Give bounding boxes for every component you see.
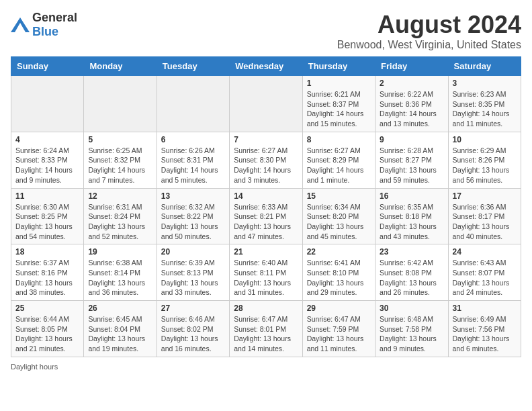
calendar-day-cell: 14Sunrise: 6:33 AMSunset: 8:21 PMDayligh…	[230, 188, 302, 244]
day-info: Sunrise: 6:29 AMSunset: 8:26 PMDaylight:…	[453, 146, 517, 185]
day-number: 11	[15, 191, 79, 201]
day-info: Sunrise: 6:41 AMSunset: 8:10 PMDaylight:…	[307, 258, 371, 298]
calendar-header: SundayMondayTuesdayWednesdayThursdayFrid…	[11, 57, 521, 76]
calendar-day-cell: 30Sunrise: 6:48 AMSunset: 7:58 PMDayligh…	[375, 301, 448, 357]
day-info: Sunrise: 6:27 AMSunset: 8:29 PMDaylight:…	[307, 146, 371, 185]
footer: Daylight hours	[11, 363, 521, 371]
day-info: Sunrise: 6:43 AMSunset: 8:07 PMDaylight:…	[453, 258, 517, 298]
calendar-day-cell: 27Sunrise: 6:46 AMSunset: 8:02 PMDayligh…	[157, 301, 229, 357]
day-info: Sunrise: 6:25 AMSunset: 8:32 PMDaylight:…	[88, 146, 152, 185]
day-number: 30	[380, 304, 443, 313]
day-number: 8	[307, 135, 371, 144]
day-number: 18	[15, 247, 79, 257]
calendar-day-cell: 1Sunrise: 6:21 AMSunset: 8:37 PMDaylight…	[302, 76, 375, 132]
weekday-header: Monday	[84, 57, 157, 76]
weekday-header: Saturday	[448, 57, 521, 76]
calendar-day-cell: 4Sunrise: 6:24 AMSunset: 8:33 PMDaylight…	[11, 132, 84, 188]
day-number: 25	[15, 304, 79, 313]
calendar-week-row: 25Sunrise: 6:44 AMSunset: 8:05 PMDayligh…	[11, 301, 521, 357]
day-info: Sunrise: 6:31 AMSunset: 8:24 PMDaylight:…	[88, 202, 152, 242]
calendar-day-cell: 24Sunrise: 6:43 AMSunset: 8:07 PMDayligh…	[448, 244, 521, 301]
day-number: 24	[453, 247, 517, 257]
weekday-header: Tuesday	[157, 57, 229, 76]
weekday-header: Friday	[375, 57, 448, 76]
day-info: Sunrise: 6:39 AMSunset: 8:13 PMDaylight:…	[161, 258, 225, 298]
day-info: Sunrise: 6:35 AMSunset: 8:18 PMDaylight:…	[380, 202, 443, 242]
day-info: Sunrise: 6:36 AMSunset: 8:17 PMDaylight:…	[453, 202, 517, 242]
calendar-day-cell: 12Sunrise: 6:31 AMSunset: 8:24 PMDayligh…	[84, 188, 157, 244]
day-number: 19	[88, 247, 152, 257]
day-number: 1	[307, 79, 371, 88]
day-number: 13	[161, 191, 225, 201]
day-info: Sunrise: 6:40 AMSunset: 8:11 PMDaylight:…	[234, 258, 298, 298]
day-info: Sunrise: 6:26 AMSunset: 8:31 PMDaylight:…	[161, 146, 225, 185]
day-number: 6	[161, 135, 225, 144]
calendar-day-cell: 2Sunrise: 6:22 AMSunset: 8:36 PMDaylight…	[375, 76, 448, 132]
calendar-day-cell: 20Sunrise: 6:39 AMSunset: 8:13 PMDayligh…	[157, 244, 229, 301]
day-number: 22	[307, 247, 371, 257]
day-info: Sunrise: 6:34 AMSunset: 8:20 PMDaylight:…	[307, 202, 371, 242]
calendar-day-cell: 28Sunrise: 6:47 AMSunset: 8:01 PMDayligh…	[230, 301, 302, 357]
day-info: Sunrise: 6:28 AMSunset: 8:27 PMDaylight:…	[380, 146, 443, 185]
calendar-day-cell: 10Sunrise: 6:29 AMSunset: 8:26 PMDayligh…	[448, 132, 521, 188]
calendar-day-cell: 15Sunrise: 6:34 AMSunset: 8:20 PMDayligh…	[302, 188, 375, 244]
calendar-day-cell: 3Sunrise: 6:23 AMSunset: 8:35 PMDaylight…	[448, 76, 521, 132]
calendar-day-cell: 18Sunrise: 6:37 AMSunset: 8:16 PMDayligh…	[11, 244, 84, 301]
page-header: General Blue August 2024 Benwood, West V…	[11, 11, 521, 51]
calendar-week-row: 11Sunrise: 6:30 AMSunset: 8:25 PMDayligh…	[11, 188, 521, 244]
day-number: 26	[88, 304, 152, 313]
day-number: 15	[307, 191, 371, 201]
day-number: 7	[234, 135, 298, 144]
logo-general: General	[32, 11, 77, 24]
day-info: Sunrise: 6:30 AMSunset: 8:25 PMDaylight:…	[15, 202, 79, 242]
day-number: 10	[453, 135, 517, 144]
day-info: Sunrise: 6:46 AMSunset: 8:02 PMDaylight:…	[161, 314, 225, 354]
calendar-day-cell: 19Sunrise: 6:38 AMSunset: 8:14 PMDayligh…	[84, 244, 157, 301]
calendar-day-cell: 16Sunrise: 6:35 AMSunset: 8:18 PMDayligh…	[375, 188, 448, 244]
day-number: 29	[307, 304, 371, 313]
day-number: 28	[234, 304, 298, 313]
calendar-day-cell: 13Sunrise: 6:32 AMSunset: 8:22 PMDayligh…	[157, 188, 229, 244]
weekday-header: Sunday	[11, 57, 84, 76]
day-number: 17	[453, 191, 517, 201]
day-number: 14	[234, 191, 298, 201]
calendar-day-cell	[230, 76, 302, 132]
page-subtitle: Benwood, West Virginia, United States	[337, 39, 521, 51]
calendar-day-cell: 6Sunrise: 6:26 AMSunset: 8:31 PMDaylight…	[157, 132, 229, 188]
calendar-day-cell: 9Sunrise: 6:28 AMSunset: 8:27 PMDaylight…	[375, 132, 448, 188]
page-title: August 2024	[337, 11, 521, 39]
day-info: Sunrise: 6:24 AMSunset: 8:33 PMDaylight:…	[15, 146, 79, 185]
day-info: Sunrise: 6:48 AMSunset: 7:58 PMDaylight:…	[380, 314, 443, 354]
day-info: Sunrise: 6:33 AMSunset: 8:21 PMDaylight:…	[234, 202, 298, 242]
day-number: 27	[161, 304, 225, 313]
day-info: Sunrise: 6:23 AMSunset: 8:35 PMDaylight:…	[453, 89, 517, 129]
calendar-day-cell: 11Sunrise: 6:30 AMSunset: 8:25 PMDayligh…	[11, 188, 84, 244]
logo: General Blue	[11, 11, 77, 39]
title-block: August 2024 Benwood, West Virginia, Unit…	[337, 11, 521, 51]
day-info: Sunrise: 6:44 AMSunset: 8:05 PMDaylight:…	[15, 314, 79, 354]
day-number: 9	[380, 135, 443, 144]
day-number: 4	[15, 135, 79, 144]
logo-blue: Blue	[32, 25, 58, 38]
calendar-body: 1Sunrise: 6:21 AMSunset: 8:37 PMDaylight…	[11, 76, 521, 357]
day-info: Sunrise: 6:32 AMSunset: 8:22 PMDaylight:…	[161, 202, 225, 242]
day-number: 21	[234, 247, 298, 257]
day-number: 23	[380, 247, 443, 257]
calendar-day-cell: 17Sunrise: 6:36 AMSunset: 8:17 PMDayligh…	[448, 188, 521, 244]
day-info: Sunrise: 6:45 AMSunset: 8:04 PMDaylight:…	[88, 314, 152, 354]
day-number: 31	[453, 304, 517, 313]
calendar-day-cell: 31Sunrise: 6:49 AMSunset: 7:56 PMDayligh…	[448, 301, 521, 357]
weekday-header: Wednesday	[230, 57, 302, 76]
footer-text: Daylight hours	[11, 363, 58, 371]
day-number: 20	[161, 247, 225, 257]
calendar-day-cell: 25Sunrise: 6:44 AMSunset: 8:05 PMDayligh…	[11, 301, 84, 357]
calendar-week-row: 18Sunrise: 6:37 AMSunset: 8:16 PMDayligh…	[11, 244, 521, 301]
day-number: 3	[453, 79, 517, 88]
calendar-day-cell: 8Sunrise: 6:27 AMSunset: 8:29 PMDaylight…	[302, 132, 375, 188]
calendar-day-cell	[84, 76, 157, 132]
day-info: Sunrise: 6:49 AMSunset: 7:56 PMDaylight:…	[453, 314, 517, 354]
day-number: 2	[380, 79, 443, 88]
day-info: Sunrise: 6:47 AMSunset: 8:01 PMDaylight:…	[234, 314, 298, 354]
day-number: 16	[380, 191, 443, 201]
calendar-day-cell: 5Sunrise: 6:25 AMSunset: 8:32 PMDaylight…	[84, 132, 157, 188]
